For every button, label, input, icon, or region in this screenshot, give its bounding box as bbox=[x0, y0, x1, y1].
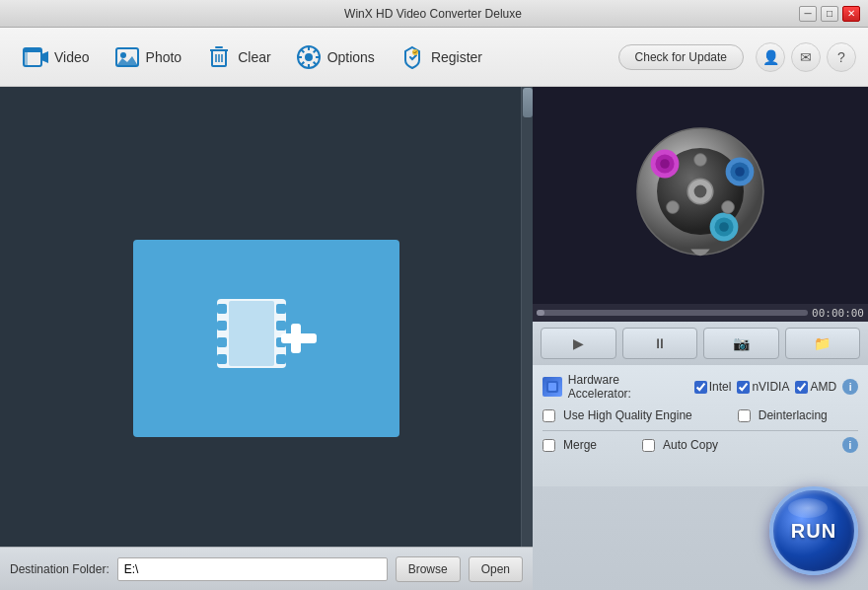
check-update-button[interactable]: Check for Update bbox=[618, 44, 744, 70]
preview-area bbox=[533, 87, 868, 304]
play-icon: ▶ bbox=[573, 335, 584, 351]
deinterlace-label: Deinterlacing bbox=[759, 408, 828, 422]
hw-accel-row: Hardware Accelerator: Intel nVIDIA AMD i bbox=[542, 373, 858, 401]
scrollbar[interactable] bbox=[521, 87, 533, 590]
run-label: RUN bbox=[791, 520, 836, 543]
clear-label: Clear bbox=[238, 49, 270, 65]
merge-checkbox[interactable] bbox=[542, 439, 555, 452]
intel-checkbox-group: Intel bbox=[694, 380, 732, 394]
playback-controls: ▶ ⏸ 📷 📁 bbox=[533, 322, 868, 365]
photo-label: Photo bbox=[146, 49, 182, 65]
options-button[interactable]: Options bbox=[285, 37, 385, 77]
svg-line-13 bbox=[301, 61, 304, 64]
svg-point-40 bbox=[667, 201, 680, 214]
pause-icon: ⏸ bbox=[653, 335, 667, 351]
divider bbox=[542, 430, 858, 431]
svg-rect-26 bbox=[291, 324, 301, 353]
account-icon[interactable]: 👤 bbox=[756, 42, 785, 72]
register-icon bbox=[398, 43, 426, 71]
quality-checkbox[interactable] bbox=[542, 409, 555, 422]
minimize-button[interactable]: ─ bbox=[799, 6, 817, 22]
nvidia-checkbox[interactable] bbox=[737, 381, 750, 394]
autocopy-checkbox[interactable] bbox=[642, 439, 655, 452]
deinterlace-checkbox[interactable] bbox=[738, 409, 751, 422]
svg-rect-20 bbox=[276, 304, 286, 314]
clear-button[interactable]: Clear bbox=[195, 37, 280, 77]
maximize-button[interactable]: □ bbox=[821, 6, 838, 22]
register-button[interactable]: Register bbox=[389, 37, 492, 77]
svg-point-31 bbox=[660, 159, 670, 169]
intel-label: Intel bbox=[709, 380, 732, 394]
svg-line-11 bbox=[313, 61, 316, 64]
toolbar: Video Photo Clear bbox=[0, 28, 868, 87]
options-icon bbox=[295, 43, 323, 71]
register-label: Register bbox=[431, 49, 482, 65]
add-video-icon bbox=[207, 279, 326, 398]
drop-area: Destination Folder: Browse Open bbox=[0, 87, 533, 590]
title-bar: WinX HD Video Converter Deluxe ─ □ ✕ bbox=[0, 0, 868, 28]
svg-rect-23 bbox=[276, 354, 286, 364]
bottom-bar: Destination Folder: Browse Open bbox=[0, 547, 533, 590]
svg-rect-19 bbox=[217, 354, 227, 364]
pause-button[interactable]: ⏸ bbox=[622, 328, 698, 359]
svg-marker-3 bbox=[41, 51, 48, 63]
svg-point-39 bbox=[722, 201, 735, 214]
svg-point-37 bbox=[719, 222, 729, 232]
svg-point-5 bbox=[120, 52, 126, 58]
help-icon[interactable]: ? bbox=[827, 42, 856, 72]
intel-checkbox[interactable] bbox=[694, 381, 707, 394]
hw-accel-icon bbox=[542, 377, 562, 397]
right-panel: 00:00:00 ▶ ⏸ 📷 📁 Hardware Accelera bbox=[533, 87, 868, 590]
svg-line-10 bbox=[301, 49, 304, 52]
destination-input[interactable] bbox=[117, 557, 388, 581]
left-panel: Destination Folder: Browse Open bbox=[0, 87, 533, 590]
svg-line-12 bbox=[313, 49, 316, 52]
run-button[interactable]: RUN bbox=[769, 486, 858, 575]
svg-rect-21 bbox=[276, 321, 286, 331]
progress-bar: 00:00:00 bbox=[533, 304, 868, 322]
scrollbar-thumb[interactable] bbox=[523, 88, 533, 117]
close-button[interactable]: ✕ bbox=[842, 6, 860, 22]
video-icon bbox=[22, 43, 49, 71]
browse-button[interactable]: Browse bbox=[396, 556, 461, 582]
app-title: WinX HD Video Converter Deluxe bbox=[67, 7, 799, 21]
svg-point-34 bbox=[735, 167, 745, 177]
camera-icon: 📷 bbox=[733, 335, 750, 351]
svg-point-9 bbox=[305, 53, 313, 61]
svg-rect-18 bbox=[217, 337, 227, 347]
options-area: Hardware Accelerator: Intel nVIDIA AMD i… bbox=[533, 365, 868, 486]
photo-button[interactable]: Photo bbox=[104, 37, 192, 77]
play-button[interactable]: ▶ bbox=[541, 328, 616, 359]
svg-rect-2 bbox=[24, 48, 28, 66]
amd-checkbox[interactable] bbox=[795, 381, 808, 394]
mail-icon[interactable]: ✉ bbox=[791, 42, 821, 72]
open-button[interactable]: Open bbox=[469, 556, 523, 582]
merge-row: Merge Auto Copy i bbox=[542, 437, 858, 453]
run-section: RUN bbox=[533, 486, 868, 580]
nvidia-checkbox-group: nVIDIA bbox=[737, 380, 789, 394]
window-controls: ─ □ ✕ bbox=[799, 6, 860, 22]
svg-point-38 bbox=[694, 154, 707, 167]
trash-icon bbox=[205, 43, 233, 71]
svg-rect-24 bbox=[229, 301, 274, 366]
screenshot-button[interactable]: 📷 bbox=[703, 328, 779, 359]
autocopy-info-icon[interactable]: i bbox=[842, 437, 858, 453]
hw-accel-label: Hardware Accelerator: bbox=[568, 373, 685, 401]
svg-marker-6 bbox=[116, 56, 138, 66]
quality-row: Use High Quality Engine Deinterlacing bbox=[542, 408, 858, 422]
folder-button[interactable]: 📁 bbox=[785, 328, 861, 359]
svg-rect-16 bbox=[217, 304, 227, 314]
progress-track[interactable] bbox=[537, 310, 808, 316]
amd-checkbox-group: AMD bbox=[795, 380, 836, 394]
svg-rect-44 bbox=[548, 383, 556, 391]
hw-info-icon[interactable]: i bbox=[842, 379, 858, 395]
photo-icon bbox=[113, 43, 141, 71]
nvidia-label: nVIDIA bbox=[752, 380, 789, 394]
svg-rect-17 bbox=[217, 321, 227, 331]
merge-label: Merge bbox=[563, 438, 597, 452]
time-display: 00:00:00 bbox=[812, 307, 864, 320]
folder-icon: 📁 bbox=[814, 335, 831, 351]
amd-label: AMD bbox=[810, 380, 836, 394]
drop-zone[interactable] bbox=[133, 240, 399, 437]
video-button[interactable]: Video bbox=[12, 37, 100, 77]
